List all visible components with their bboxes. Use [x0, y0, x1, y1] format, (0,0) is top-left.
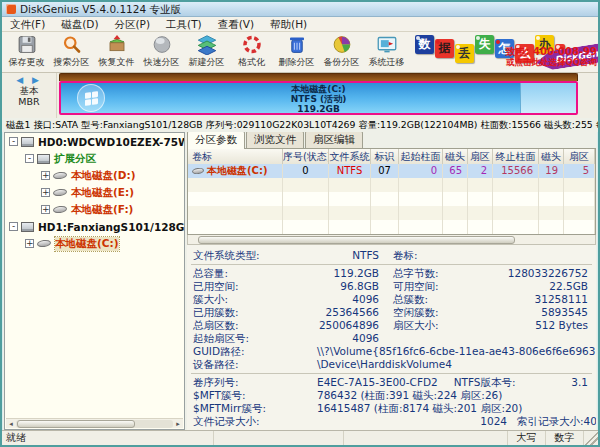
system-migration-icon — [376, 34, 398, 55]
collapse-icon[interactable]: - — [9, 137, 18, 146]
table-horizontal-scrollbar[interactable] — [187, 235, 596, 245]
next-disk-icon[interactable]: ▶ — [32, 75, 42, 85]
recover-files-button[interactable]: 恢复文件 — [94, 32, 139, 72]
format-button[interactable]: 格式化 — [229, 32, 274, 72]
previous-disk-bar[interactable] — [59, 73, 578, 81]
extended-partition-icon — [37, 154, 50, 164]
scrollbar-thumb[interactable] — [17, 420, 135, 428]
table-header-row: 卷标 序号(状态) 文件系统 标识 起始柱面 磁头 扇区 终止柱面 磁头 扇区 — [188, 149, 595, 164]
new-partition-icon — [196, 34, 218, 55]
collapse-icon[interactable]: - — [25, 154, 34, 163]
tree-item-disk-f[interactable]: + 本地磁盘(F:) — [5, 201, 184, 218]
status-bar: 就绪 大写 数字 — [2, 430, 598, 445]
disk-tree-panel: - HD0:WDCWD10EZEX-75WN4A1(932GB) - 扩展分区 … — [4, 132, 185, 430]
hdd-icon — [21, 222, 34, 232]
menu-file[interactable]: 文件(F) — [2, 17, 53, 32]
quick-partition-button[interactable]: 快速分区 — [139, 32, 184, 72]
partition-icon — [37, 239, 52, 248]
tab-sector-edit[interactable]: 扇区编辑 — [305, 132, 363, 148]
window-title: DiskGenius V5.4.0.1124 专业版 — [20, 2, 181, 16]
disk-map-panel: ◀ ▶ 基本 MBR 本地磁盘(C:) NTFS (活动) 119.2GB — [2, 73, 598, 118]
app-window: DiskGenius V5.4.0.1124 专业版 文件(F) 磁盘(D) 分… — [0, 0, 600, 447]
resize-grip[interactable] — [584, 431, 598, 445]
status-ready: 就绪 — [2, 431, 214, 445]
expand-icon[interactable]: + — [41, 171, 50, 180]
quick-partition-icon — [151, 34, 173, 55]
slogan-tile: 据 — [435, 39, 454, 58]
scroll-right-icon[interactable]: ▸ — [173, 419, 183, 429]
empty-table-row — [188, 178, 595, 192]
partition-icon — [53, 188, 68, 197]
expand-icon[interactable]: + — [25, 239, 34, 248]
app-logo-icon — [6, 4, 16, 14]
detail-row-record-size: 文件记录大小:1024 索引记录大小:4096 — [187, 415, 596, 428]
hdd-icon — [21, 137, 34, 147]
detail-row-serial: 卷序列号:E4EC-7A15-3E00-CFD2 NTFS版本号:3.1 — [187, 376, 596, 389]
delete-partition-button[interactable]: 删除分区 — [274, 32, 319, 72]
collapse-icon[interactable]: - — [9, 222, 18, 231]
tree-item-hd0[interactable]: - HD0:WDCWD10EZEX-75WN4A1(932GB) — [5, 133, 184, 150]
detail-row: 起始扇区号:4096 — [187, 332, 596, 345]
hotline-text: 致电: 400-008-99 或点击此处选择QQ咨询 — [506, 46, 597, 68]
tab-browse-files[interactable]: 浏览文件 — [246, 132, 304, 148]
empty-table-row — [188, 192, 595, 206]
detail-row: 已用空间:96.8GB 可用空间:22.5GB — [187, 280, 596, 293]
detail-row-device-path: 设备路径:\Device\HarddiskVolume4 — [187, 358, 596, 371]
table-row-disk-c[interactable]: 本地磁盘(C:) 0 NTFS 07 0 65 2 15566 19 5 — [188, 164, 595, 178]
slogan-tile: 失 — [475, 35, 494, 54]
main-area: - HD0:WDCWD10EZEX-75WN4A1(932GB) - 扩展分区 … — [2, 132, 598, 430]
divider — [191, 264, 592, 265]
partition-icon — [53, 205, 68, 214]
promo-banner[interactable]: 数 据 丢 失 怎 么 办 ! DiskGenius 团队为您服务 致电: 40… — [409, 32, 598, 72]
status-segment — [344, 431, 508, 445]
menu-bar: 文件(F) 磁盘(D) 分区(P) 工具(T) 查看(V) 帮助(H) — [2, 17, 598, 32]
new-partition-button[interactable]: 新建分区 — [184, 32, 229, 72]
divider — [191, 373, 592, 374]
detail-row: 文件系统类型:NTFS 卷标: — [187, 249, 596, 262]
title-bar[interactable]: DiskGenius V5.4.0.1124 专业版 — [2, 2, 598, 17]
menu-partition[interactable]: 分区(P) — [107, 17, 159, 32]
disk-nav: ◀ ▶ 基本 MBR — [2, 73, 57, 118]
tree-item-hd1[interactable]: - HD1:FanxiangS101/128GB(119GB) — [5, 218, 184, 235]
partition-icon — [53, 171, 68, 180]
tree-item-extended-partition[interactable]: - 扩展分区 — [5, 150, 184, 167]
tree-horizontal-scrollbar[interactable]: ◂ ▸ — [6, 418, 183, 428]
prev-disk-icon[interactable]: ◀ — [16, 75, 26, 85]
tab-bar: 分区参数 浏览文件 扇区编辑 — [187, 132, 596, 148]
slogan-tile: 丢 — [455, 44, 474, 63]
detail-row: 已用簇数:25364566 空闲簇数:5893545 — [187, 306, 596, 319]
menu-tools[interactable]: 工具(T) — [158, 17, 210, 32]
detail-row-guid-path: GUID路径:\\?\Volume{85f16fc6-6cbe-11ea-ae4… — [187, 345, 596, 358]
scroll-left-icon[interactable]: ◂ — [6, 419, 16, 429]
disk-type-label: 基本 — [20, 85, 39, 96]
empty-table-row — [188, 206, 595, 220]
disk-bars: 本地磁盘(C:) NTFS (活动) 119.2GB — [59, 73, 578, 118]
backup-partition-button[interactable]: 备份分区 — [319, 32, 364, 72]
detail-row: 总扇区数:250064896 扇区大小:512 Bytes — [187, 319, 596, 332]
recover-files-icon — [106, 34, 128, 55]
expand-icon[interactable]: + — [41, 188, 50, 197]
partition-c-bar[interactable]: 本地磁盘(C:) NTFS (活动) 119.2GB — [59, 81, 578, 115]
scrollbar-thumb[interactable] — [198, 236, 515, 244]
detail-row-mft: $MFT簇号:786432 (柱面:391 磁头:224 扇区:26) — [187, 389, 596, 402]
format-icon — [241, 34, 263, 55]
status-numlock: 数字 — [546, 431, 584, 445]
disk-info-line: 磁盘1 接口:SATA 型号:FanxiangS101/128GB 序列号:02… — [2, 118, 598, 132]
search-icon — [61, 34, 83, 55]
menu-help[interactable]: 帮助(H) — [262, 17, 315, 32]
tree-item-disk-d[interactable]: + 本地磁盘(D:) — [5, 167, 184, 184]
partition-scheme-label: MBR — [18, 96, 39, 107]
tab-partition-params[interactable]: 分区参数 — [187, 132, 245, 149]
menu-disk[interactable]: 磁盘(D) — [53, 17, 106, 32]
partition-details: 文件系统类型:NTFS 卷标: 总容量:119.2GB 总字节数:1280332… — [187, 245, 596, 430]
right-panel: 分区参数 浏览文件 扇区编辑 卷标 序号(状态) 文件系统 标识 起始柱面 磁头… — [187, 132, 596, 430]
tree-item-disk-e[interactable]: + 本地磁盘(E:) — [5, 184, 184, 201]
save-changes-button[interactable]: 保存更改 — [4, 32, 49, 72]
tree-item-disk-c[interactable]: + 本地磁盘(C:) — [5, 235, 184, 252]
toolbar: 保存更改 搜索分区 恢复文件 快速分区 — [2, 32, 598, 73]
system-migration-button[interactable]: 系统迁移 — [364, 32, 409, 72]
detail-row-mftmirr: $MFTMirr簇号:16415487 (柱面:8174 磁头:201 扇区:2… — [187, 402, 596, 415]
menu-view[interactable]: 查看(V) — [210, 17, 262, 32]
search-partition-button[interactable]: 搜索分区 — [49, 32, 94, 72]
expand-icon[interactable]: + — [41, 205, 50, 214]
